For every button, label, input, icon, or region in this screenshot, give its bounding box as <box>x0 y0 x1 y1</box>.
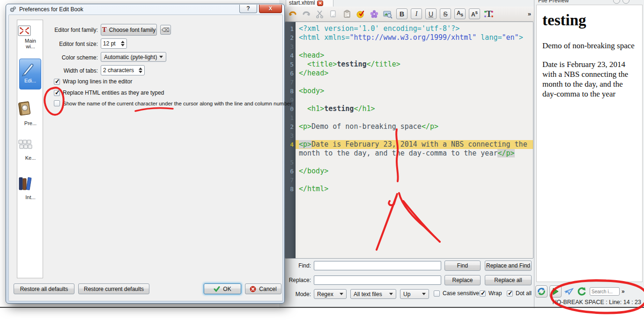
sidebar-item-edit-selected[interactable]: Edi... <box>19 59 41 89</box>
chevron-down-icon <box>422 293 426 295</box>
dot-all-option[interactable]: Dot all <box>507 290 532 297</box>
dialog-help-button[interactable]: ? <box>239 5 257 13</box>
underline-button[interactable]: U <box>425 8 437 19</box>
show-char-name-option[interactable]: Show the name of the current character u… <box>54 100 292 106</box>
gutter-line-number: 6 <box>285 69 294 78</box>
code-line[interactable]: </html> <box>296 185 533 193</box>
reload-preview-button[interactable] <box>577 286 588 297</box>
strikethrough-button[interactable]: S <box>440 8 451 19</box>
preview-toolbar-overflow-button[interactable]: » <box>622 288 625 295</box>
sidebar-item-keyboard[interactable]: Ke... <box>17 138 44 161</box>
subscript-button[interactable]: As <box>454 8 466 19</box>
gutter-line-number: 4 <box>285 140 294 149</box>
run-button[interactable] <box>549 285 562 298</box>
insert-image-button[interactable] <box>383 9 393 19</box>
toolbar-overflow-button[interactable]: » <box>528 10 531 17</box>
code-line[interactable] <box>296 113 533 122</box>
case-sensitive-option[interactable]: Case sensitive <box>434 290 479 297</box>
clear-font-button[interactable]: ⌫ <box>160 25 171 35</box>
restore-current-defaults-button[interactable]: Restore current defaults <box>78 283 149 294</box>
replace-entities-option[interactable]: Replace HTML entities as they are typed <box>54 89 164 96</box>
code-line[interactable]: <p>Demo of non-breaking space</p> <box>296 122 533 131</box>
find-button[interactable]: Find <box>444 260 481 271</box>
replace-and-find-button[interactable]: Replace and Find <box>485 260 532 271</box>
validate-html-button[interactable] <box>355 9 366 19</box>
spinner-arrows-icon[interactable] <box>139 67 142 73</box>
sidebar-item-interactive[interactable]: Int... <box>17 176 44 200</box>
search-input[interactable] <box>590 287 620 296</box>
code-line[interactable]: <body> <box>296 87 533 96</box>
restore-all-defaults-button[interactable]: Restore all defaults <box>14 283 74 294</box>
code-line[interactable]: </body> <box>296 167 533 176</box>
cut-button[interactable] <box>315 9 325 19</box>
code-line[interactable] <box>296 158 533 167</box>
find-input[interactable] <box>314 261 441 270</box>
cancel-button[interactable]: Cancel <box>245 283 281 294</box>
code-line[interactable]: <title>testing</title> <box>296 60 533 69</box>
tab-start-xhtml[interactable]: start.xhtml ✕ <box>286 0 333 7</box>
wrap-checkbox[interactable] <box>480 290 486 297</box>
code-line[interactable]: <html xmlns="http://www.w3.org/1999/xhtm… <box>296 33 533 42</box>
mode-select[interactable]: Regex <box>314 289 347 299</box>
dot-all-checkbox[interactable] <box>507 290 513 297</box>
mode-label: Mode: <box>283 291 311 298</box>
dialog-close-button[interactable]: X <box>259 5 282 13</box>
italic-button[interactable]: I <box>411 8 422 19</box>
code-line[interactable]: <?xml version='1.0' encoding='utf-8'?> <box>296 24 533 33</box>
code-editor[interactable]: 123456789012345678 <?xml version='1.0' e… <box>285 22 533 259</box>
code-line[interactable]: <h1>testing</h1> <box>296 104 533 113</box>
paste-button[interactable] <box>342 9 352 19</box>
code-line[interactable] <box>296 78 533 87</box>
superscript-button[interactable]: As <box>469 8 480 19</box>
wrap-long-lines-checkbox[interactable] <box>54 79 60 85</box>
color-scheme-select[interactable]: Automatic (pyte-light) <box>101 52 166 62</box>
font-size-spinner[interactable]: 12 pt <box>101 38 127 49</box>
file-preview-title: File Preview <box>538 0 569 4</box>
tab-width-spinner[interactable]: 2 characters <box>101 65 145 75</box>
replace-all-button[interactable]: Replace all <box>485 275 532 285</box>
replace-button[interactable]: Replace <box>444 275 481 285</box>
text-format-button[interactable]: T <box>483 9 494 19</box>
code-line[interactable]: <head> <box>296 51 533 60</box>
replace-entities-checkbox[interactable] <box>54 90 60 96</box>
copy-button[interactable] <box>328 9 339 19</box>
spellcheck-button[interactable] <box>369 9 379 19</box>
code-line[interactable] <box>296 42 533 51</box>
gutter-line-number: 1 <box>285 113 294 122</box>
sync-icon <box>537 287 546 296</box>
tab-close-icon[interactable]: ✕ <box>317 0 323 6</box>
float-panel-button[interactable] <box>613 0 620 4</box>
undo-button[interactable] <box>288 9 298 19</box>
direction-select[interactable]: Up <box>400 289 429 299</box>
close-panel-button[interactable] <box>622 0 629 4</box>
send-button[interactable] <box>563 286 575 297</box>
replace-label: Replace: <box>283 277 311 283</box>
sync-view-button[interactable] <box>535 285 548 298</box>
show-char-name-checkbox[interactable] <box>54 100 60 106</box>
replace-input[interactable] <box>314 275 441 285</box>
wrap-long-lines-option[interactable]: Wrap long lines in the editor <box>54 78 133 85</box>
code-line[interactable] <box>296 176 533 185</box>
gutter-line-number: 6 <box>285 167 294 176</box>
files-select[interactable]: All text files <box>350 289 396 299</box>
code-line[interactable]: month to the day, and the day-comma to t… <box>296 149 533 158</box>
code-line[interactable]: <p>Date is February 23, 2014 with a NBS … <box>296 140 533 149</box>
code-area[interactable]: <?xml version='1.0' encoding='utf-8'?><h… <box>296 22 533 258</box>
code-line[interactable] <box>296 96 533 104</box>
redo-button[interactable] <box>301 9 311 19</box>
code-line[interactable] <box>296 131 533 140</box>
ok-button[interactable]: OK <box>204 283 241 294</box>
redo-icon <box>302 9 311 19</box>
tab-strip: start.xhtml ✕ <box>285 0 534 7</box>
code-line[interactable]: </head> <box>296 69 533 78</box>
sidebar-item-label: Int... <box>17 194 44 200</box>
spinner-arrows-icon[interactable] <box>121 41 125 46</box>
preview-heading: testing <box>542 12 637 29</box>
case-sensitive-checkbox[interactable] <box>434 290 440 297</box>
tab-title: start.xhtml <box>289 0 315 6</box>
choose-font-family-button[interactable]: T Choose font family <box>101 24 157 36</box>
bold-button[interactable]: B <box>396 8 407 19</box>
validate-html-icon <box>356 9 365 19</box>
wrap-option[interactable]: Wrap <box>480 290 502 297</box>
sidebar-item-preview[interactable]: Pre... <box>17 101 44 126</box>
